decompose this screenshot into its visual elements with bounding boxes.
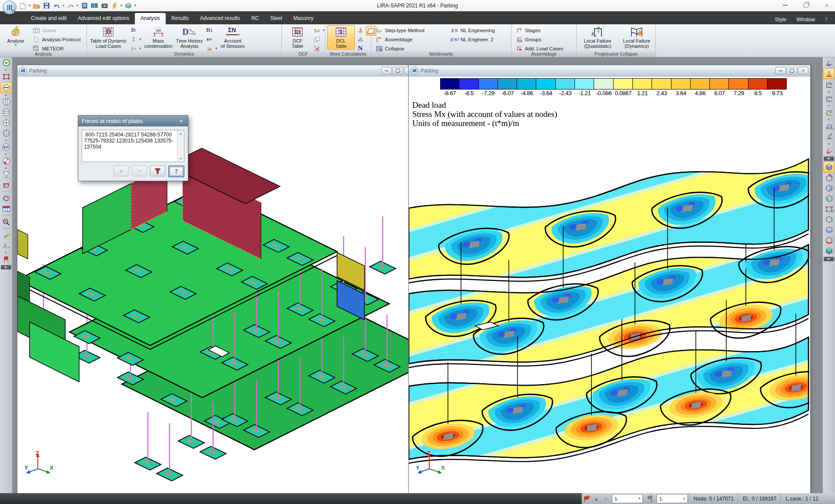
- minimize-button[interactable]: [779, 1, 791, 10]
- tab-steel[interactable]: Steel: [264, 13, 287, 24]
- xz-plane-icon[interactable]: XZ: [824, 80, 834, 90]
- flag-edit-icon[interactable]: [1, 254, 11, 264]
- cube-bottom-blue-icon[interactable]: [824, 225, 834, 235]
- tab-rc[interactable]: RC: [246, 13, 264, 24]
- dialog-help-button[interactable]: ?: [168, 166, 184, 177]
- forces-scrollbar[interactable]: ▲ ▼: [177, 130, 184, 162]
- xz-dropdown-icon[interactable]: ▸: [823, 90, 835, 93]
- rotate-z-icon[interactable]: Z: [824, 132, 834, 142]
- solver-cabinet-icon[interactable]: [80, 2, 88, 10]
- structure-flag-icon[interactable]: [1, 180, 11, 190]
- tab-advanced-results[interactable]: Advanced results: [194, 13, 246, 24]
- 3d-view-icon[interactable]: [124, 2, 132, 10]
- forces-node-list-value[interactable]: 800-7215 25404-28217 54288-57700 77525-7…: [82, 130, 178, 151]
- local-failure-quasistatic-button[interactable]: kd Local Failure (Quasistatic): [578, 25, 617, 50]
- menu-style[interactable]: Style▾: [775, 17, 791, 23]
- assemblage-nl-button[interactable]: Assemblage: [373, 35, 448, 43]
- mode-select[interactable]: 1.▾: [657, 494, 688, 503]
- new-file-dropdown-icon[interactable]: ▾: [29, 4, 30, 7]
- dimension-dropdown-icon[interactable]: ▸: [0, 251, 12, 254]
- book-icon[interactable]: [90, 2, 98, 10]
- tab-advanced-edit-options[interactable]: Advanced edit options: [72, 13, 135, 24]
- flashlight-icon[interactable]: [1, 230, 11, 240]
- next-loadcase-icon[interactable]: ▼: [601, 494, 611, 503]
- soil-button[interactable]: [356, 35, 365, 43]
- cube-iso-icon-selected[interactable]: [823, 162, 835, 172]
- local-failure-dynamics-button[interactable]: Local Failure (Dynamics): [618, 25, 656, 50]
- apply-filter-button[interactable]: [150, 166, 165, 176]
- child-minimize-button[interactable]: [381, 67, 392, 74]
- rotate-z-dropdown-icon[interactable]: ▸: [823, 142, 835, 145]
- select-target-dropdown-icon[interactable]: ▸: [0, 68, 12, 71]
- tab-analysis[interactable]: Analysis: [135, 13, 166, 24]
- redo-icon[interactable]: [67, 2, 74, 10]
- ef-dropdown-icon[interactable]: ▸: [0, 153, 12, 156]
- mesh-icon[interactable]: [1, 128, 11, 138]
- free-axes-icon[interactable]: [824, 146, 834, 156]
- isometric-view-icon[interactable]: [824, 58, 834, 68]
- ef-icon[interactable]: EF: [1, 142, 11, 152]
- right-toolbar-collapse-handle-2[interactable]: ▶: [824, 257, 834, 261]
- right-toolbar-collapse-handle-1[interactable]: ▶: [824, 156, 834, 161]
- prev-loadcase-icon[interactable]: ▲: [591, 494, 601, 503]
- cut-selection-button[interactable]: ✂: [132, 166, 147, 176]
- tab-masonry[interactable]: Masonry: [288, 13, 319, 24]
- forces-dialog-titlebar[interactable]: Forces at nodes of plates ×: [78, 116, 188, 126]
- filter-funnel-icon[interactable]: [1, 170, 11, 180]
- mesh-dropdown-icon[interactable]: ▸: [0, 139, 12, 142]
- tab-results[interactable]: Results: [166, 13, 194, 24]
- xy-plane-icon[interactable]: XY: [824, 93, 834, 103]
- pan-view-dropdown-icon[interactable]: ▸: [0, 93, 12, 96]
- app-logo-icon[interactable]: 21: [3, 0, 17, 14]
- dcl-table-button[interactable]: Σ DCL Table: [327, 25, 355, 50]
- restore-button[interactable]: [800, 1, 812, 10]
- stages-button[interactable]: Stages: [513, 26, 565, 34]
- center-target-icon[interactable]: [1, 118, 11, 128]
- nl-engineering-2-button[interactable]: EN2 NL Engineer. 2: [449, 35, 508, 43]
- child-maximize-button[interactable]: [787, 67, 797, 74]
- dynamics-tool-4-button[interactable]: D: [205, 26, 218, 34]
- model-viewport[interactable]: Forces at nodes of plates × 800-7215 254…: [17, 76, 416, 493]
- dcf-tool-1-button[interactable]: Σσ▾: [312, 26, 325, 34]
- dimetric-view-icon-selected[interactable]: [823, 68, 835, 79]
- hammer-icon[interactable]: [646, 494, 655, 503]
- snapshot-icon[interactable]: [100, 2, 108, 10]
- new-file-icon[interactable]: [19, 2, 27, 10]
- save-icon[interactable]: [43, 2, 50, 10]
- dynamics-tool-2-button[interactable]: ▾: [129, 35, 142, 43]
- loadcase-select[interactable]: 1.▾: [612, 494, 643, 503]
- cube-front-blue-icon[interactable]: [824, 183, 834, 193]
- cube-colored-icon[interactable]: [824, 246, 834, 256]
- solver-button[interactable]: Solver: [30, 26, 83, 34]
- pie-dropdown-icon[interactable]: ▸: [0, 166, 12, 169]
- forces-node-list-field[interactable]: 800-7215 25404-28217 54288-57700 77525-7…: [82, 130, 184, 162]
- perspective-icon[interactable]: [824, 121, 834, 131]
- yz-plane-icon[interactable]: YZ: [824, 107, 834, 117]
- analyse-lightning-icon[interactable]: [110, 2, 118, 10]
- forces-dialog-close-icon[interactable]: ×: [177, 118, 184, 124]
- cube-open-icon[interactable]: [824, 173, 834, 183]
- add-selection-button[interactable]: +: [114, 166, 129, 176]
- xy-dropdown-icon[interactable]: ▸: [823, 104, 835, 107]
- pan-view-icon-selected[interactable]: [0, 82, 12, 93]
- select-target-icon[interactable]: [1, 58, 11, 68]
- groups-button[interactable]: Groups: [513, 35, 565, 43]
- cube-clip-icon[interactable]: [824, 204, 834, 214]
- close-button[interactable]: ×: [821, 1, 832, 10]
- scroll-up-icon[interactable]: ▲: [177, 130, 184, 136]
- lightning-dropdown-icon[interactable]: ▾: [120, 4, 122, 7]
- menu-window[interactable]: Window▾: [796, 17, 819, 23]
- result-table-icon[interactable]: [1, 204, 11, 214]
- time-history-analysis-button[interactable]: D t Time History Analysis: [175, 25, 204, 50]
- left-toolbar-collapse-handle[interactable]: ▶: [1, 265, 11, 269]
- flag-no-icon[interactable]: [582, 494, 591, 503]
- dimension-l-icon[interactable]: L: [1, 240, 11, 250]
- cube-edge-green-icon[interactable]: [824, 215, 834, 225]
- mass-condensation-button[interactable]: m Mass condensation: [143, 25, 174, 50]
- results-viewport[interactable]: -8.67-8.5 -7.29-6.07 -4.86-3.64 -2.43-1.…: [409, 76, 810, 493]
- account-of-stresses-button[interactable]: ΣN Account of Stresses: [219, 25, 247, 50]
- redo-dropdown-icon[interactable]: ▾: [77, 4, 78, 7]
- horizontal-section-icon[interactable]: [1, 107, 11, 117]
- tab-create-and-edit[interactable]: Create and edit: [25, 13, 72, 24]
- punching-button[interactable]: [356, 26, 365, 34]
